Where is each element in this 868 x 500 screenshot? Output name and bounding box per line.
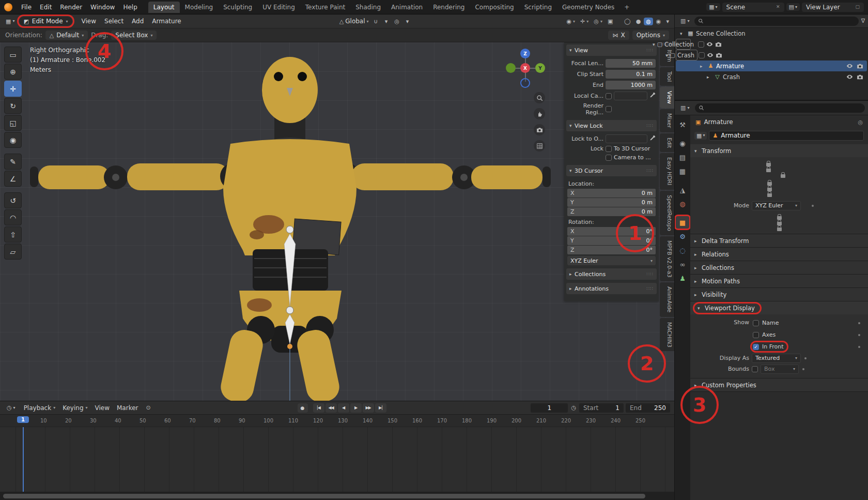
proportional-editing-toggle[interactable]: ◎▾ (392, 18, 403, 25)
timeline-ruler[interactable]: 1 10203040506070809010011012013014015016… (0, 415, 674, 427)
transform-orientation-dropdown[interactable]: △Global▾ (337, 17, 371, 26)
shading-material-button[interactable]: ◍▾ (644, 18, 653, 25)
animate-dot-icon[interactable] (858, 334, 860, 336)
panel-grip-icon[interactable]: ∷∷ (647, 123, 654, 128)
tool-bone-envelope[interactable]: ◠ (4, 209, 22, 225)
unlink-scene-icon[interactable]: ✕ (776, 5, 780, 9)
hide-eye-icon[interactable] (707, 53, 714, 57)
hide-eye-icon[interactable] (845, 74, 854, 79)
outliner-row-crash-collection[interactable]: ▾ ▢ Crash (676, 50, 698, 60)
shading-wireframe-button[interactable]: ◯▾ (622, 18, 632, 25)
workspace-tab[interactable]: UV Editing (257, 2, 300, 13)
cursor-axis-field[interactable]: Z0° (567, 246, 656, 254)
n-panel-tab[interactable]: SpeedRetopo (660, 191, 674, 235)
overlays-dropdown[interactable]: ◎▾ (592, 18, 605, 25)
properties-tab-view-layer[interactable]: ▦ (676, 165, 689, 177)
outliner-row-scene-collection[interactable]: ▾ ▦ Scene Collection (676, 28, 867, 39)
cursor-panel-header[interactable]: ▾3D Cursor∷∷ (566, 165, 657, 176)
show-axes-toggle[interactable]: Axes (752, 329, 865, 341)
tool-select-box[interactable]: ▭ (4, 47, 22, 63)
timeline-track[interactable] (0, 427, 674, 492)
panel-grip-icon[interactable]: ∷∷ (647, 48, 654, 53)
lock-icon[interactable] (767, 188, 772, 191)
properties-tab-modifiers[interactable]: ⚙ (676, 230, 689, 243)
bounds-checkbox[interactable] (752, 366, 758, 372)
expand-icon[interactable]: ▾ (653, 42, 655, 47)
lock-icon[interactable] (766, 169, 771, 172)
view-layer-selector[interactable]: View Layer▢ (802, 3, 864, 12)
perspective-grid-icon[interactable] (534, 140, 545, 151)
viewport-3d[interactable]: ▭⊕✛↻◱◉✎∠↺◠⇧▱ Right Orthographic(1) Armat… (0, 42, 674, 401)
shading-rendered-button[interactable]: ◉▾ (654, 18, 663, 25)
workspace-tab[interactable]: Shading (350, 2, 386, 13)
cursor-axis-field[interactable]: X0° (567, 227, 656, 236)
object-name-field[interactable]: ♟Armature (709, 131, 864, 141)
menu-item[interactable]: Edit (36, 2, 56, 13)
properties-tab-output[interactable]: ▤ (676, 151, 689, 163)
properties-tab-object[interactable]: ■ (676, 216, 689, 229)
animate-dot-icon[interactable] (804, 357, 807, 359)
collapsed-panel[interactable]: ▸Visibility (690, 288, 868, 301)
xray-toggle[interactable]: ▣▾ (606, 18, 615, 25)
shading-dropdown[interactable]: ▾▾ (664, 18, 671, 25)
cursor-axis-field[interactable]: Z0 m (567, 207, 656, 216)
menu-item[interactable]: Window (86, 2, 119, 13)
hide-eye-icon[interactable] (706, 42, 713, 47)
view-panel-header[interactable]: ▾View∷∷ (566, 44, 657, 56)
browse-object-button[interactable]: ▦▾ (694, 132, 707, 140)
editor-type-button[interactable]: ▦▾ (3, 18, 17, 25)
playhead[interactable]: 1 (17, 416, 29, 423)
number-field[interactable]: 50 mm (606, 59, 656, 68)
properties-tab-physics[interactable]: ◌ (676, 244, 689, 256)
lock-to-object-field[interactable] (606, 134, 647, 143)
tool-roll[interactable]: ↺ (4, 192, 22, 208)
cursor-axis-field[interactable]: Y0° (567, 236, 656, 245)
local-camera-checkbox[interactable] (606, 93, 612, 99)
outliner-editor-type-button[interactable]: ▥▾ (678, 17, 692, 25)
n-panel-tab[interactable]: AnimAide (660, 282, 674, 316)
n-panel-tab[interactable]: MPFB v2.0-a3 (660, 236, 674, 282)
gizmo-z-negative[interactable] (520, 78, 530, 88)
checkbox[interactable] (753, 332, 759, 338)
menu-item[interactable]: File (17, 2, 36, 13)
scene-selector[interactable]: Scene✕ (722, 3, 784, 12)
auto-keying-record-button[interactable]: ● (298, 403, 308, 413)
tool-extrude[interactable]: ⇧ (4, 226, 22, 243)
show-name-toggle[interactable]: Name (752, 317, 865, 329)
tool-move[interactable]: ✛ (4, 81, 22, 97)
properties-search[interactable] (695, 103, 865, 113)
gizmo-z-axis[interactable]: Z (520, 49, 530, 58)
hide-eye-icon[interactable] (845, 64, 854, 68)
cursor-axis-field[interactable]: X0 m (567, 189, 656, 198)
menu-item[interactable]: Render (56, 2, 86, 13)
number-field[interactable]: 1000 m (606, 81, 656, 89)
jump-to-start-button[interactable]: |◀ (313, 403, 324, 413)
tool-measure[interactable]: ∠ (4, 171, 22, 187)
mirror-x-toggle[interactable]: ⋈X (608, 31, 629, 40)
collapsed-panel[interactable]: ▸Collections (690, 261, 868, 275)
keying-set-icon[interactable]: ⊙ (144, 404, 152, 412)
gizmos-dropdown[interactable]: ✛▾ (578, 18, 591, 25)
collapsed-panel[interactable]: ▸Motion Paths (690, 275, 868, 288)
workspace-tab[interactable]: Layout (148, 2, 180, 13)
tool-cursor[interactable]: ⊕ (4, 64, 22, 80)
panel-grip-icon[interactable]: ∷∷ (647, 168, 654, 173)
workspace-tab[interactable]: Modeling (180, 2, 219, 13)
n-panel-tab[interactable]: Edit (660, 133, 674, 152)
menu-item[interactable]: Help (119, 2, 141, 13)
collapsed-panel[interactable]: ▸Delta Transform (690, 234, 868, 248)
zoom-icon[interactable] (534, 92, 545, 103)
eyedropper-icon[interactable] (649, 92, 656, 100)
playhead-line[interactable] (23, 427, 24, 492)
current-frame-field[interactable]: 1 (531, 403, 568, 413)
show-hide-dropdown[interactable]: ◉▾ (564, 18, 577, 25)
gizmo-y-axis[interactable]: Y (535, 63, 545, 73)
lock-icon[interactable] (777, 228, 782, 231)
gizmo-x-axis[interactable]: X (520, 63, 530, 73)
outliner-search-input[interactable] (706, 18, 855, 24)
expand-icon[interactable]: ▾ (665, 53, 668, 58)
disable-render-icon[interactable] (715, 42, 722, 47)
eyedropper-icon[interactable] (649, 135, 656, 143)
proportional-falloff-dropdown[interactable]: ▾▾ (404, 18, 413, 25)
workspace-tab[interactable]: Sculpting (218, 2, 257, 13)
